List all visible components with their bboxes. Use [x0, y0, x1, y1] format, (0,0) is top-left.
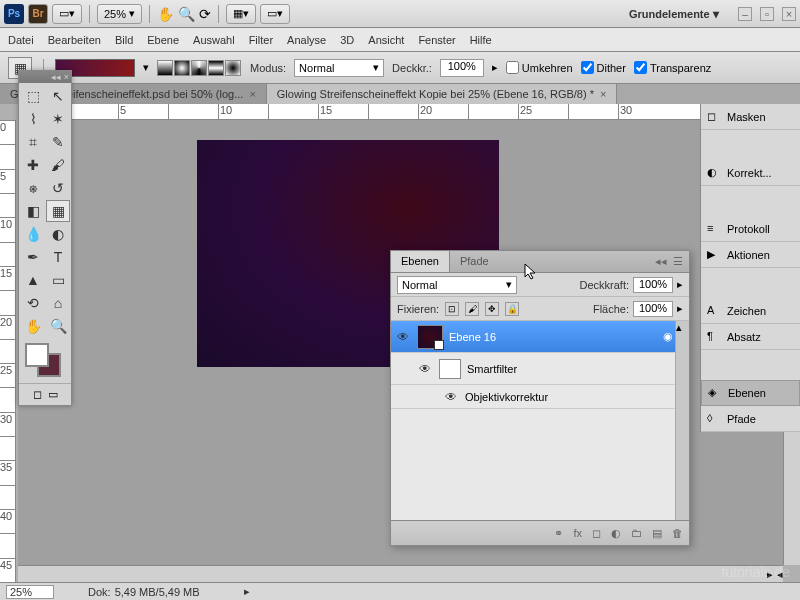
3d-rotate-icon[interactable]: ⟲	[21, 292, 45, 314]
path-select-icon[interactable]: ▲	[21, 269, 45, 291]
gradient-tool-icon[interactable]: ▦	[46, 200, 70, 222]
menu-auswahl[interactable]: Auswahl	[193, 34, 235, 46]
fill-flyout-icon[interactable]: ▸	[677, 302, 683, 315]
adjustment-layer-icon[interactable]: ◐	[611, 527, 621, 540]
menu-bearbeiten[interactable]: Bearbeiten	[48, 34, 101, 46]
link-layers-icon[interactable]: ⚭	[554, 527, 563, 540]
menu-3d[interactable]: 3D	[340, 34, 354, 46]
blur-tool-icon[interactable]: 💧	[21, 223, 45, 245]
opacity-flyout-icon[interactable]: ▸	[492, 61, 498, 74]
visibility-icon[interactable]: 👁	[417, 362, 433, 376]
color-swatches[interactable]	[23, 343, 67, 379]
menu-filter[interactable]: Filter	[249, 34, 273, 46]
arrange-documents-button[interactable]: ▦▾	[226, 4, 256, 24]
gradient-type-radial[interactable]	[174, 60, 190, 76]
rotate-view-icon[interactable]: ⟳	[199, 6, 211, 22]
document-tab-2[interactable]: Glowing Streifenscheineffekt Kopie bei 2…	[267, 84, 618, 104]
layer-row[interactable]: 👁 Objektivkorrektur ⇄	[391, 385, 689, 409]
zoom-tool-icon[interactable]: 🔍	[46, 315, 70, 337]
horizontal-scrollbar[interactable]: ▸◂	[18, 565, 783, 582]
layer-thumbnail[interactable]	[417, 325, 443, 349]
screen-mode-button[interactable]: ▭▾	[260, 4, 290, 24]
minimize-button[interactable]: –	[738, 7, 752, 21]
panel-aktionen[interactable]: ▶Aktionen	[701, 242, 800, 268]
marquee-tool-icon[interactable]: ↖	[46, 85, 70, 107]
layer-name[interactable]: Ebene 16	[449, 331, 496, 343]
quickmask-icon[interactable]: ◻	[33, 388, 42, 401]
lock-position-icon[interactable]: ✥	[485, 302, 499, 316]
menu-datei[interactable]: Datei	[8, 34, 34, 46]
dodge-tool-icon[interactable]: ◐	[46, 223, 70, 245]
gradient-type-reflected[interactable]	[208, 60, 224, 76]
menu-analyse[interactable]: Analyse	[287, 34, 326, 46]
crop-tool-icon[interactable]: ⌗	[21, 131, 45, 153]
blend-mode-select[interactable]: Normal▾	[294, 59, 384, 77]
quickselect-tool-icon[interactable]: ✶	[46, 108, 70, 130]
hand-tool-icon[interactable]: ✋	[157, 6, 174, 22]
layer-fill-input[interactable]: 100%	[633, 301, 673, 317]
menu-ebene[interactable]: Ebene	[147, 34, 179, 46]
type-tool-icon[interactable]: T	[46, 246, 70, 268]
hand-tool-icon[interactable]: ✋	[21, 315, 45, 337]
workspace-selector[interactable]: Grundelemente ▾	[629, 7, 719, 21]
menu-hilfe[interactable]: Hilfe	[470, 34, 492, 46]
menu-ansicht[interactable]: Ansicht	[368, 34, 404, 46]
delete-layer-icon[interactable]: 🗑	[672, 527, 683, 539]
zoom-field[interactable]: 25%	[6, 585, 54, 599]
collapse-icon[interactable]: ◂◂	[51, 72, 61, 82]
menu-bild[interactable]: Bild	[115, 34, 133, 46]
panel-korrekturen[interactable]: ◐Korrekt...	[701, 160, 800, 186]
panel-absatz[interactable]: ¶Absatz	[701, 324, 800, 350]
close-icon[interactable]: ×	[64, 72, 69, 82]
panel-collapse-icon[interactable]: ◂◂	[655, 255, 667, 268]
layer-mask-icon[interactable]: ◻	[592, 527, 601, 540]
healing-tool-icon[interactable]: ✚	[21, 154, 45, 176]
panel-protokoll[interactable]: ≡Protokoll	[701, 216, 800, 242]
brush-tool-icon[interactable]: 🖌	[46, 154, 70, 176]
bridge-logo-icon[interactable]: Br	[28, 4, 48, 24]
tab-ebenen[interactable]: Ebenen	[391, 251, 450, 272]
panel-zeichen[interactable]: AZeichen	[701, 298, 800, 324]
lasso-tool-icon[interactable]: ⌇	[21, 108, 45, 130]
status-flyout-icon[interactable]: ▸	[244, 585, 250, 598]
gradient-type-linear[interactable]	[157, 60, 173, 76]
panel-pfade[interactable]: ◊Pfade	[701, 406, 800, 432]
panel-menu-icon[interactable]: ☰	[673, 255, 683, 268]
dither-checkbox[interactable]: Dither	[581, 61, 626, 74]
stamp-tool-icon[interactable]: ⎈	[21, 177, 45, 199]
visibility-icon[interactable]: 👁	[443, 390, 459, 404]
filter-thumbnail[interactable]	[439, 359, 461, 379]
layout-button[interactable]: ▭▾	[52, 4, 82, 24]
history-brush-icon[interactable]: ↺	[46, 177, 70, 199]
layer-row[interactable]: 👁 Ebene 16 ◉ ▾	[391, 321, 689, 353]
layer-blend-mode-select[interactable]: Normal▾	[397, 276, 517, 294]
layer-group-icon[interactable]: 🗀	[631, 527, 642, 539]
opacity-input[interactable]: 100%	[440, 59, 484, 77]
layer-filter-icon[interactable]: ◉	[663, 330, 673, 343]
toolbox-header[interactable]: ◂◂×	[19, 71, 71, 83]
screenmode-icon[interactable]: ▭	[48, 388, 58, 401]
umkehren-checkbox[interactable]: Umkehren	[506, 61, 573, 74]
move-tool-icon[interactable]: ⬚	[21, 85, 45, 107]
close-icon[interactable]: ×	[600, 88, 606, 100]
restore-button[interactable]: ▫	[760, 7, 774, 21]
pen-tool-icon[interactable]: ✒	[21, 246, 45, 268]
lock-pixels-icon[interactable]: 🖌	[465, 302, 479, 316]
eraser-tool-icon[interactable]: ◧	[21, 200, 45, 222]
foreground-color-swatch[interactable]	[25, 343, 49, 367]
gradient-type-diamond[interactable]	[225, 60, 241, 76]
filter-name[interactable]: Objektivkorrektur	[465, 391, 548, 403]
layer-opacity-input[interactable]: 100%	[633, 277, 673, 293]
shape-tool-icon[interactable]: ▭	[46, 269, 70, 291]
gradient-type-angle[interactable]	[191, 60, 207, 76]
new-layer-icon[interactable]: ▤	[652, 527, 662, 540]
3d-camera-icon[interactable]: ⌂	[46, 292, 70, 314]
gradient-picker-dropdown[interactable]: ▾	[143, 61, 149, 74]
lock-all-icon[interactable]: 🔒	[505, 302, 519, 316]
transparenz-checkbox[interactable]: Transparenz	[634, 61, 711, 74]
layers-scrollbar[interactable]: ▴	[675, 321, 689, 520]
panel-masken[interactable]: ◻Masken	[701, 104, 800, 130]
eyedropper-tool-icon[interactable]: ✎	[46, 131, 70, 153]
layer-fx-icon[interactable]: fx	[573, 527, 582, 539]
tab-pfade[interactable]: Pfade	[450, 251, 499, 272]
